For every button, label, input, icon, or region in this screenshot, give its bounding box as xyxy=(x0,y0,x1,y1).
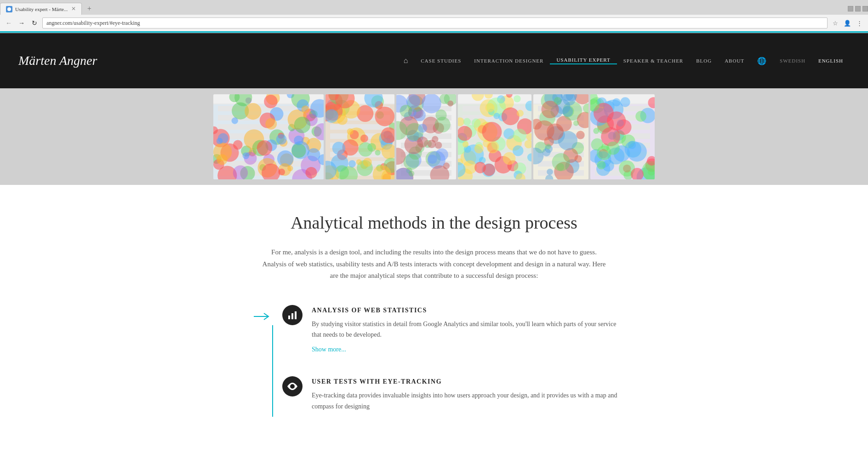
show-more-1[interactable]: Show more... xyxy=(312,346,346,353)
timeline-wrapper: ANALYSIS OF WEB STATISTICS By studying v… xyxy=(246,305,622,417)
minimize-button[interactable] xyxy=(848,6,853,11)
process-arrow-1 xyxy=(254,310,272,323)
hero-image-2 xyxy=(326,94,394,179)
tab-favicon xyxy=(6,6,12,12)
svg-point-5 xyxy=(291,385,294,388)
progress-bar-container xyxy=(0,31,868,33)
nav-home[interactable]: ⌂ xyxy=(397,57,415,65)
nav-case-studies[interactable]: CASE STUDIES xyxy=(414,58,468,63)
main-nav: ⌂ CASE STUDIES INTERACTION DESIGNER USAB… xyxy=(397,57,850,65)
nav-swedish[interactable]: SWEDISH xyxy=(773,58,812,63)
back-button[interactable]: ← xyxy=(4,18,14,28)
nav-globe-icon: 🌐 xyxy=(751,57,773,65)
hero-image-4 xyxy=(458,94,531,179)
maximize-button[interactable] xyxy=(855,6,861,11)
site-header: Märten Angner ⌂ CASE STUDIES INTERACTION… xyxy=(0,33,868,88)
close-button[interactable] xyxy=(862,6,868,11)
reload-button[interactable]: ↻ xyxy=(29,18,40,28)
nav-speaker-teacher[interactable]: SPEAKER & TEACHER xyxy=(617,58,690,63)
person-button[interactable]: 👤 xyxy=(842,18,852,28)
hero-images xyxy=(213,91,655,183)
forward-button[interactable]: → xyxy=(17,18,27,28)
svg-point-0 xyxy=(7,7,11,11)
page-description: For me, analysis is a design tool, and i… xyxy=(259,247,609,282)
nav-about[interactable]: ABOUT xyxy=(718,58,751,63)
timeline-line xyxy=(272,325,273,417)
address-bar-row: ← → ↻ angner.com/usability-expert/#eye-t… xyxy=(0,15,868,31)
settings-button[interactable]: ⋮ xyxy=(854,18,864,28)
process-content-1: ANALYSIS OF WEB STATISTICS By studying v… xyxy=(312,305,622,354)
bookmark-button[interactable]: ☆ xyxy=(830,18,840,28)
svg-rect-4 xyxy=(295,311,297,319)
address-field[interactable]: angner.com/usability-expert/#eye-trackin… xyxy=(42,17,828,29)
window-controls xyxy=(848,6,868,11)
nav-usability-expert[interactable]: USABILITY EXPERT xyxy=(550,57,617,64)
active-tab[interactable]: Usability expert - Märte... ✕ xyxy=(0,3,82,15)
nav-interaction-designer[interactable]: INTERACTION DESIGNER xyxy=(468,58,550,63)
hero-image-6 xyxy=(590,94,655,179)
url-text: angner.com/usability-expert/#eye-trackin… xyxy=(46,20,140,27)
process-icon-2 xyxy=(282,376,303,396)
hero-image-3 xyxy=(396,94,456,179)
process-item-1: ANALYSIS OF WEB STATISTICS By studying v… xyxy=(282,305,622,354)
process-content-2: USER TESTS WITH EYE-TRACKING Eye-trackin… xyxy=(312,376,622,417)
page-title: Analytical methods in the design process xyxy=(246,213,622,233)
svg-rect-2 xyxy=(288,316,290,319)
tab-title: Usability expert - Märte... xyxy=(15,6,68,12)
hero-strip xyxy=(0,88,868,185)
svg-rect-3 xyxy=(291,313,293,319)
process-title-2: USER TESTS WITH EYE-TRACKING xyxy=(312,378,622,385)
new-tab-button[interactable]: + xyxy=(84,3,95,14)
process-title-1: ANALYSIS OF WEB STATISTICS xyxy=(312,307,622,314)
browser-chrome: Usability expert - Märte... ✕ + ← → ↻ an… xyxy=(0,0,868,33)
site-logo[interactable]: Märten Angner xyxy=(18,53,97,68)
browser-actions: ☆ 👤 ⋮ xyxy=(830,18,864,28)
close-tab-button[interactable]: ✕ xyxy=(71,6,76,12)
tab-bar: Usability expert - Märte... ✕ + xyxy=(0,0,868,15)
process-icon-1 xyxy=(282,305,303,325)
process-desc-1: By studying visitor statistics in detail… xyxy=(312,319,622,341)
nav-english[interactable]: ENGLISH xyxy=(812,58,850,63)
hero-image-5 xyxy=(533,94,588,179)
process-desc-2: Eye-tracking data provides invaluable in… xyxy=(312,390,622,412)
hero-image-1 xyxy=(213,94,324,179)
progress-bar xyxy=(0,31,868,33)
main-content: Analytical methods in the design process… xyxy=(227,185,641,454)
nav-blog[interactable]: BLOG xyxy=(690,58,718,63)
process-item-2: USER TESTS WITH EYE-TRACKING Eye-trackin… xyxy=(282,376,622,417)
